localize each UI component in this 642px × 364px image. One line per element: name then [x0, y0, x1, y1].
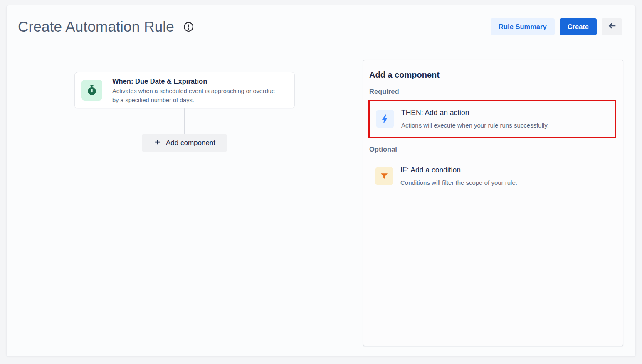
section-label-required: Required [369, 87, 617, 96]
component-option-title: THEN: Add an action [401, 108, 549, 118]
add-component-panel: Add a component Required THEN: Add an ac… [363, 60, 623, 346]
plus-icon [153, 138, 161, 148]
funnel-icon [375, 167, 393, 185]
connector-line [184, 108, 185, 134]
trigger-card-body: When: Due Date & Expiration Activates wh… [112, 76, 275, 105]
trigger-description-line-1: Activates when a scheduled event is appr… [112, 86, 275, 96]
component-option-description: Actions will execute when your rule runs… [401, 121, 549, 130]
trigger-description-line-2: by a specified number of days. [112, 96, 275, 105]
stopwatch-icon [81, 80, 102, 101]
create-automation-rule-page: Create Automation Rule Rule Summary Crea… [6, 5, 636, 357]
trigger-card-title: When: Due Date & Expiration [112, 76, 275, 86]
component-option-body: IF: Add a condition Conditions will filt… [400, 165, 517, 187]
component-option-if-add-condition[interactable]: IF: Add a condition Conditions will filt… [363, 158, 623, 194]
trigger-card-description: Activates when a scheduled event is appr… [112, 86, 275, 105]
component-option-body: THEN: Add an action Actions will execute… [401, 108, 549, 130]
panel-title: Add a component [369, 69, 617, 80]
section-label-optional: Optional [369, 145, 617, 154]
add-component-label: Add component [166, 139, 215, 147]
red-highlight-box: THEN: Add an action Actions will execute… [368, 100, 616, 138]
rule-canvas: When: Due Date & Expiration Activates wh… [7, 5, 635, 356]
trigger-card-due-date-expiration[interactable]: When: Due Date & Expiration Activates wh… [74, 72, 295, 108]
component-option-title: IF: Add a condition [400, 165, 517, 175]
lightning-bolt-icon [376, 110, 394, 128]
component-option-description: Conditions will filter the scope of your… [400, 178, 517, 187]
component-option-then-add-action[interactable]: THEN: Add an action Actions will execute… [370, 101, 615, 137]
add-component-button[interactable]: Add component [142, 134, 227, 152]
